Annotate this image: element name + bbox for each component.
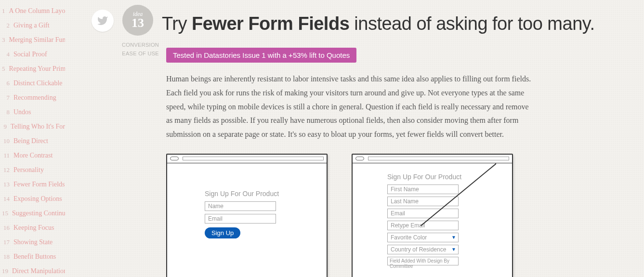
field-firstname: First Name: [387, 185, 459, 194]
form-title: Sign Up For Our Product: [387, 173, 512, 181]
sidebar-item-8[interactable]: 8Undos: [0, 105, 65, 119]
select-country: Country of Residence▼: [387, 245, 459, 254]
sidebar-item-16[interactable]: 16Keeping Focus: [0, 221, 65, 235]
sidebar-item-13[interactable]: 13Fewer Form Fields: [0, 177, 65, 192]
sidebar-item-11[interactable]: 11More Contrast: [0, 148, 65, 163]
sidebar-item-2[interactable]: 2Giving a Gift: [0, 18, 65, 33]
sidebar-item-12[interactable]: 12Personality: [0, 163, 65, 177]
idea-number: 13: [131, 17, 144, 29]
sidebar-item-3[interactable]: 3Merging Similar Functions: [0, 33, 65, 47]
select-color: Favorite Color▼: [387, 233, 459, 242]
tags-column: CONVERSION EASE OF USE: [120, 41, 159, 58]
body-paragraph: Human beings are inherently resistant to…: [166, 72, 532, 142]
browser-chrome: [353, 155, 512, 163]
form-title: Sign Up For Our Product: [205, 190, 327, 198]
sidebar-item-6[interactable]: 6Distinct Clickable: [0, 76, 65, 91]
sidebar-item-4[interactable]: 4Social Proof: [0, 47, 65, 62]
sidebar-item-15[interactable]: 15Suggesting Continuity: [0, 206, 65, 221]
chevron-down-icon: ▼: [451, 247, 456, 252]
sidebar-item-18[interactable]: 18Benefit Buttons: [0, 250, 65, 264]
field-committee: Field Added With Design By Committee: [387, 257, 459, 265]
mockups-row: Sign Up For Our Product Name Email Sign …: [166, 154, 532, 277]
sidebar-item-7[interactable]: 7Recommending: [0, 91, 65, 105]
twitter-share-button[interactable]: [92, 10, 114, 32]
field-email: Email: [205, 214, 276, 224]
sidebar-item-17[interactable]: 17Showing State: [0, 235, 65, 250]
mockup-bad: Sign Up For Our Product First Name Last …: [352, 154, 513, 277]
idea-badge: idea 13: [122, 5, 153, 36]
tag-easeofuse: EASE OF USE: [120, 50, 159, 58]
chevron-down-icon: ▼: [451, 235, 456, 240]
mockup-good: Sign Up For Our Product Name Email Sign …: [166, 154, 328, 277]
browser-chrome: [167, 155, 327, 163]
tag-conversion: CONVERSION: [120, 41, 159, 50]
sidebar: 1A One Column Layout2Giving a Gift3Mergi…: [0, 0, 65, 277]
sidebar-item-1[interactable]: 1A One Column Layout: [0, 4, 65, 18]
field-name: Name: [205, 201, 276, 211]
sidebar-item-5[interactable]: 5Repeating Your Primary: [0, 62, 65, 76]
field-lastname: Last Name: [387, 197, 459, 206]
signup-button: Sign Up: [205, 227, 240, 238]
field-email: Email: [387, 209, 459, 218]
sidebar-item-10[interactable]: 10Being Direct: [0, 134, 65, 148]
content-area: idea 13 Try Fewer Form Fields instead of…: [92, 0, 644, 277]
sidebar-item-14[interactable]: 14Exposing Options: [0, 192, 65, 206]
twitter-icon: [97, 15, 108, 26]
page-title: Try Fewer Form Fields instead of asking …: [162, 13, 595, 34]
sidebar-item-19[interactable]: 19Direct Manipulation: [0, 264, 65, 277]
datastory-badge[interactable]: Tested in Datastories Issue 1 with a +53…: [166, 48, 356, 63]
sidebar-item-9[interactable]: 9Telling Who It's For: [0, 119, 65, 134]
field-retype-email: Retype Email: [387, 221, 459, 230]
